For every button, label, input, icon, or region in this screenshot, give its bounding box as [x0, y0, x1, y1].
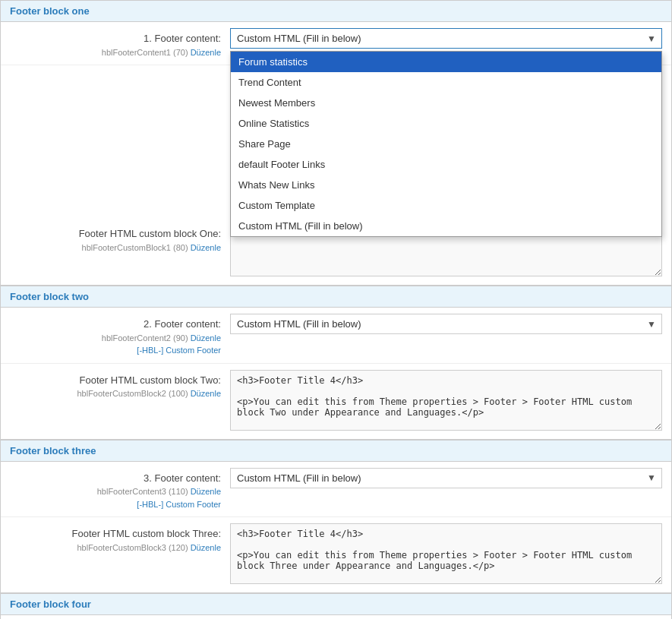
footer-html-block-three-edit-link[interactable]: Düzenle [191, 543, 221, 552]
footer-html-block-two-row: Footer HTML custom block Two: hblFooterC… [1, 364, 671, 439]
footer-content-1-dropdown: Forum statistics Trend Content Newest Me… [230, 51, 662, 237]
footer-content-2-label-main: 2. Footer content: [10, 317, 221, 332]
footer-content-1-select-value: Custom HTML (Fill in below) [237, 33, 361, 44]
footer-content-2-label-sub: hblFooterContent2 (90) Düzenle [10, 332, 221, 345]
page-wrapper: Footer block one 1. Footer content: hblF… [0, 0, 672, 619]
footer-content-3-custom-label: [-HBL-] Custom Footer [10, 498, 221, 511]
footer-block-four-section: Footer block four 4. Footer content: hbl… [0, 593, 672, 619]
dropdown-item-5[interactable]: default Footer Links [231, 154, 661, 175]
footer-block-three-title: Footer block three [10, 445, 96, 456]
dropdown-item-8[interactable]: Custom HTML (Fill in below) [231, 216, 661, 236]
footer-block-one-header: Footer block one [1, 1, 671, 22]
footer-content-2-select-value: Custom HTML (Fill in below) [237, 318, 361, 330]
footer-block-one-section: Footer block one 1. Footer content: hblF… [0, 0, 672, 286]
footer-content-1-select[interactable]: Custom HTML (Fill in below) [230, 28, 662, 49]
footer-block-one-title: Footer block one [10, 5, 90, 17]
footer-html-block-two-control: <h3>Footer Title 4</h3> <p>You can edit … [230, 370, 662, 433]
footer-html-block-one-label-sub: hblFooterCustomBlock1 (80) Düzenle [10, 242, 221, 254]
footer-block-three-header: Footer block three [1, 441, 671, 462]
footer-content-2-control: Custom HTML (Fill in below) ▼ [230, 314, 662, 334]
dropdown-item-1[interactable]: Trend Content [231, 72, 661, 93]
footer-content-3-label: 3. Footer content: hblFooterContent3 (11… [10, 468, 230, 511]
footer-html-block-three-label-main: Footer HTML custom block Three: [10, 526, 221, 542]
dropdown-item-3[interactable]: Online Statistics [231, 113, 661, 134]
footer-content-2-select-wrapper: Custom HTML (Fill in below) ▼ [230, 314, 662, 334]
footer-content-2-custom-label: [-HBL-] Custom Footer [10, 344, 221, 357]
footer-html-block-two-label-sub: hblFooterCustomBlock2 (100) Düzenle [10, 387, 221, 400]
footer-html-block-three-control: <h3>Footer Title 4</h3> <p>You can edit … [230, 523, 662, 586]
footer-html-block-one-label-main: Footer HTML custom block One: [10, 226, 221, 242]
footer-content-1-row: 1. Footer content: hblFooterContent1 (70… [1, 22, 671, 65]
footer-content-2-label: 2. Footer content: hblFooterContent2 (90… [10, 314, 230, 357]
footer-html-block-three-label: Footer HTML custom block Three: hblFoote… [10, 523, 230, 554]
footer-content-2-select[interactable]: Custom HTML (Fill in below) [230, 314, 662, 334]
footer-content-1-label: 1. Footer content: hblFooterContent1 (70… [10, 28, 230, 58]
footer-content-3-select[interactable]: Custom HTML (Fill in below) [230, 468, 662, 488]
footer-content-3-row: 3. Footer content: hblFooterContent3 (11… [1, 462, 671, 518]
footer-html-block-two-label-main: Footer HTML custom block Two: [10, 373, 221, 388]
footer-html-block-three-textarea[interactable]: <h3>Footer Title 4</h3> <p>You can edit … [230, 523, 662, 584]
footer-html-block-one-edit-link[interactable]: Düzenle [191, 243, 221, 252]
footer-html-block-two-edit-link[interactable]: Düzenle [191, 389, 221, 398]
footer-block-two-title: Footer block two [10, 291, 89, 302]
footer-block-four-title: Footer block four [10, 598, 91, 610]
footer-content-4-row: 4. Footer content: hblFooterContent4 (13… [1, 615, 671, 619]
dropdown-item-0[interactable]: Forum statistics [231, 52, 661, 72]
footer-content-1-select-wrapper: Custom HTML (Fill in below) ▼ [230, 28, 662, 49]
dropdown-item-4[interactable]: Share Page [231, 134, 661, 154]
footer-content-3-label-sub: hblFooterContent3 (110) Düzenle [10, 485, 221, 498]
footer-content-3-edit-link[interactable]: Düzenle [191, 487, 221, 496]
footer-content-1-label-main: 1. Footer content: [10, 31, 221, 46]
footer-content-1-control: Custom HTML (Fill in below) ▼ Forum stat… [230, 28, 662, 49]
footer-content-2-row: 2. Footer content: hblFooterContent2 (90… [1, 308, 671, 364]
footer-html-block-two-label: Footer HTML custom block Two: hblFooterC… [10, 370, 230, 400]
footer-html-block-three-label-sub: hblFooterCustomBlock3 (120) Düzenle [10, 542, 221, 554]
footer-content-2-edit-link[interactable]: Düzenle [191, 333, 221, 343]
footer-block-four-header: Footer block four [1, 594, 671, 615]
footer-content-1-edit-link[interactable]: Düzenle [191, 48, 221, 57]
footer-content-1-label-sub: hblFooterContent1 (70) Düzenle [10, 46, 221, 59]
footer-block-two-header: Footer block two [1, 286, 671, 308]
footer-content-3-label-main: 3. Footer content: [10, 471, 221, 486]
dropdown-item-7[interactable]: Custom Template [231, 195, 661, 216]
footer-block-three-section: Footer block three 3. Footer content: hb… [0, 440, 672, 594]
footer-html-block-two-textarea[interactable]: <h3>Footer Title 4</h3> <p>You can edit … [230, 370, 662, 431]
footer-block-two-section: Footer block two 2. Footer content: hblF… [0, 286, 672, 440]
footer-content-3-select-value: Custom HTML (Fill in below) [237, 472, 361, 484]
footer-content-3-select-wrapper: Custom HTML (Fill in below) ▼ [230, 468, 662, 488]
footer-html-block-three-row: Footer HTML custom block Three: hblFoote… [1, 517, 671, 592]
footer-html-block-one-label: Footer HTML custom block One: hblFooterC… [10, 223, 230, 254]
dropdown-item-6[interactable]: Whats New Links [231, 175, 661, 195]
dropdown-item-2[interactable]: Newest Members [231, 93, 661, 113]
footer-content-3-control: Custom HTML (Fill in below) ▼ [230, 468, 662, 488]
